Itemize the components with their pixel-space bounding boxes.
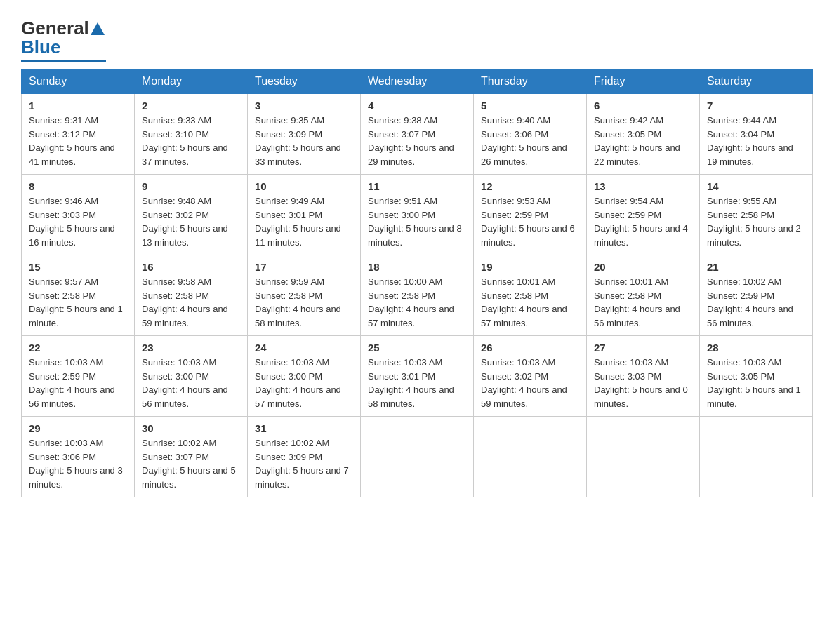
day-info: Sunrise: 10:03 AMSunset: 2:59 PMDaylight…: [29, 357, 115, 409]
day-number: 13: [594, 180, 692, 192]
day-info: Sunrise: 9:46 AMSunset: 3:03 PMDaylight:…: [29, 196, 115, 248]
calendar-cell: 12 Sunrise: 9:53 AMSunset: 2:59 PMDaylig…: [474, 175, 587, 255]
calendar-cell: 13 Sunrise: 9:54 AMSunset: 2:59 PMDaylig…: [587, 175, 700, 255]
calendar-cell: 25 Sunrise: 10:03 AMSunset: 3:01 PMDayli…: [361, 336, 474, 417]
day-info: Sunrise: 9:51 AMSunset: 3:00 PMDaylight:…: [368, 196, 462, 248]
day-info: Sunrise: 10:02 AMSunset: 2:59 PMDaylight…: [707, 276, 793, 328]
day-number: 30: [142, 422, 240, 434]
day-info: Sunrise: 9:55 AMSunset: 2:58 PMDaylight:…: [707, 196, 801, 248]
day-info: Sunrise: 9:48 AMSunset: 3:02 PMDaylight:…: [142, 196, 228, 248]
day-number: 17: [255, 261, 353, 273]
day-number: 21: [707, 261, 805, 273]
calendar-cell: 21 Sunrise: 10:02 AMSunset: 2:59 PMDayli…: [700, 255, 813, 336]
calendar-cell: 4 Sunrise: 9:38 AMSunset: 3:07 PMDayligh…: [361, 94, 474, 175]
day-info: Sunrise: 10:03 AMSunset: 3:02 PMDaylight…: [481, 357, 567, 409]
day-info: Sunrise: 9:54 AMSunset: 2:59 PMDaylight:…: [594, 196, 688, 248]
calendar-header-row: SundayMondayTuesdayWednesdayThursdayFrid…: [22, 69, 813, 94]
day-info: Sunrise: 10:01 AMSunset: 2:58 PMDaylight…: [594, 276, 680, 328]
calendar-week-row: 29 Sunrise: 10:03 AMSunset: 3:06 PMDayli…: [22, 417, 813, 497]
day-number: 18: [368, 261, 466, 273]
day-number: 5: [481, 100, 579, 112]
day-info: Sunrise: 9:49 AMSunset: 3:01 PMDaylight:…: [255, 196, 341, 248]
day-number: 8: [29, 180, 127, 192]
calendar-week-row: 22 Sunrise: 10:03 AMSunset: 2:59 PMDayli…: [22, 336, 813, 417]
calendar-cell: 3 Sunrise: 9:35 AMSunset: 3:09 PMDayligh…: [248, 94, 361, 175]
day-number: 15: [29, 261, 127, 273]
day-info: Sunrise: 10:02 AMSunset: 3:09 PMDaylight…: [255, 438, 349, 490]
calendar-header-monday: Monday: [135, 69, 248, 94]
day-number: 1: [29, 100, 127, 112]
day-number: 16: [142, 261, 240, 273]
day-info: Sunrise: 10:03 AMSunset: 3:00 PMDaylight…: [142, 357, 228, 409]
day-number: 10: [255, 180, 353, 192]
calendar-week-row: 8 Sunrise: 9:46 AMSunset: 3:03 PMDayligh…: [22, 175, 813, 255]
day-number: 29: [29, 422, 127, 434]
calendar-cell: 10 Sunrise: 9:49 AMSunset: 3:01 PMDaylig…: [248, 175, 361, 255]
day-info: Sunrise: 10:02 AMSunset: 3:07 PMDaylight…: [142, 438, 236, 490]
day-info: Sunrise: 10:03 AMSunset: 3:00 PMDaylight…: [255, 357, 341, 409]
day-info: Sunrise: 9:44 AMSunset: 3:04 PMDaylight:…: [707, 115, 793, 167]
calendar-cell: 28 Sunrise: 10:03 AMSunset: 3:05 PMDayli…: [700, 336, 813, 417]
day-number: 2: [142, 100, 240, 112]
day-info: Sunrise: 9:57 AMSunset: 2:58 PMDaylight:…: [29, 276, 123, 328]
calendar-cell: [361, 417, 474, 497]
day-number: 24: [255, 342, 353, 354]
day-info: Sunrise: 9:59 AMSunset: 2:58 PMDaylight:…: [255, 276, 341, 328]
calendar-cell: 20 Sunrise: 10:01 AMSunset: 2:58 PMDayli…: [587, 255, 700, 336]
day-number: 27: [594, 342, 692, 354]
calendar-cell: 17 Sunrise: 9:59 AMSunset: 2:58 PMDaylig…: [248, 255, 361, 336]
calendar-cell: 14 Sunrise: 9:55 AMSunset: 2:58 PMDaylig…: [700, 175, 813, 255]
day-number: 9: [142, 180, 240, 192]
calendar-header-friday: Friday: [587, 69, 700, 94]
day-number: 31: [255, 422, 353, 434]
calendar-cell: 9 Sunrise: 9:48 AMSunset: 3:02 PMDayligh…: [135, 175, 248, 255]
day-info: Sunrise: 10:01 AMSunset: 2:58 PMDaylight…: [481, 276, 567, 328]
calendar-cell: 6 Sunrise: 9:42 AMSunset: 3:05 PMDayligh…: [587, 94, 700, 175]
calendar-cell: 22 Sunrise: 10:03 AMSunset: 2:59 PMDayli…: [22, 336, 135, 417]
calendar-cell: 8 Sunrise: 9:46 AMSunset: 3:03 PMDayligh…: [22, 175, 135, 255]
day-info: Sunrise: 9:53 AMSunset: 2:59 PMDaylight:…: [481, 196, 575, 248]
calendar-header-tuesday: Tuesday: [248, 69, 361, 94]
calendar-cell: 23 Sunrise: 10:03 AMSunset: 3:00 PMDayli…: [135, 336, 248, 417]
day-info: Sunrise: 9:31 AMSunset: 3:12 PMDaylight:…: [29, 115, 115, 167]
calendar-cell: 16 Sunrise: 9:58 AMSunset: 2:58 PMDaylig…: [135, 255, 248, 336]
day-number: 25: [368, 342, 466, 354]
day-info: Sunrise: 9:33 AMSunset: 3:10 PMDaylight:…: [142, 115, 228, 167]
day-number: 4: [368, 100, 466, 112]
calendar-cell: [474, 417, 587, 497]
calendar-cell: 7 Sunrise: 9:44 AMSunset: 3:04 PMDayligh…: [700, 94, 813, 175]
day-info: Sunrise: 9:40 AMSunset: 3:06 PMDaylight:…: [481, 115, 567, 167]
calendar-cell: 29 Sunrise: 10:03 AMSunset: 3:06 PMDayli…: [22, 417, 135, 497]
calendar-cell: 11 Sunrise: 9:51 AMSunset: 3:00 PMDaylig…: [361, 175, 474, 255]
calendar-cell: 24 Sunrise: 10:03 AMSunset: 3:00 PMDayli…: [248, 336, 361, 417]
calendar-week-row: 1 Sunrise: 9:31 AMSunset: 3:12 PMDayligh…: [22, 94, 813, 175]
calendar-cell: 30 Sunrise: 10:02 AMSunset: 3:07 PMDayli…: [135, 417, 248, 497]
day-number: 23: [142, 342, 240, 354]
day-number: 22: [29, 342, 127, 354]
logo: General Blue: [21, 18, 106, 62]
day-number: 26: [481, 342, 579, 354]
page-header: General Blue: [21, 14, 813, 62]
day-info: Sunrise: 10:03 AMSunset: 3:05 PMDaylight…: [707, 357, 801, 409]
day-number: 20: [594, 261, 692, 273]
day-info: Sunrise: 10:03 AMSunset: 3:03 PMDaylight…: [594, 357, 688, 409]
calendar-cell: 19 Sunrise: 10:01 AMSunset: 2:58 PMDayli…: [474, 255, 587, 336]
day-number: 12: [481, 180, 579, 192]
calendar-table: SundayMondayTuesdayWednesdayThursdayFrid…: [21, 69, 813, 497]
calendar-header-saturday: Saturday: [700, 69, 813, 94]
day-number: 28: [707, 342, 805, 354]
day-info: Sunrise: 10:00 AMSunset: 2:58 PMDaylight…: [368, 276, 454, 328]
calendar-cell: 26 Sunrise: 10:03 AMSunset: 3:02 PMDayli…: [474, 336, 587, 417]
day-number: 19: [481, 261, 579, 273]
day-info: Sunrise: 9:42 AMSunset: 3:05 PMDaylight:…: [594, 115, 680, 167]
calendar-cell: 2 Sunrise: 9:33 AMSunset: 3:10 PMDayligh…: [135, 94, 248, 175]
day-info: Sunrise: 10:03 AMSunset: 3:06 PMDaylight…: [29, 438, 123, 490]
day-info: Sunrise: 10:03 AMSunset: 3:01 PMDaylight…: [368, 357, 454, 409]
day-number: 11: [368, 180, 466, 192]
calendar-week-row: 15 Sunrise: 9:57 AMSunset: 2:58 PMDaylig…: [22, 255, 813, 336]
day-info: Sunrise: 9:58 AMSunset: 2:58 PMDaylight:…: [142, 276, 228, 328]
day-info: Sunrise: 9:35 AMSunset: 3:09 PMDaylight:…: [255, 115, 341, 167]
calendar-header-sunday: Sunday: [22, 69, 135, 94]
calendar-cell: 15 Sunrise: 9:57 AMSunset: 2:58 PMDaylig…: [22, 255, 135, 336]
calendar-header-wednesday: Wednesday: [361, 69, 474, 94]
